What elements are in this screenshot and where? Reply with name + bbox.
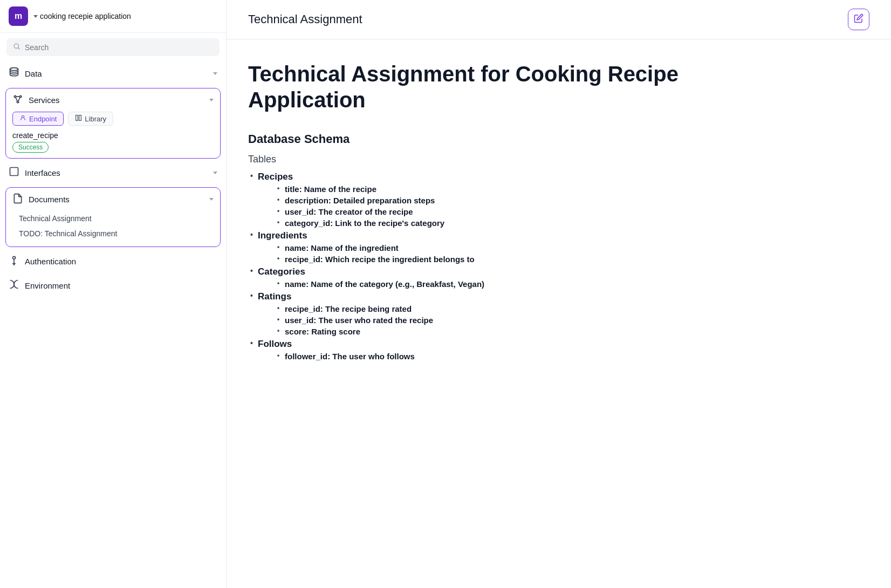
follows-fields: follower_id: The user who follows (258, 352, 690, 361)
endpoint-tab-icon (19, 114, 26, 123)
svg-line-8 (18, 97, 20, 101)
interfaces-icon (9, 166, 19, 180)
interfaces-chevron-icon (213, 172, 217, 174)
ratings-field-score: score: Rating score (275, 327, 690, 336)
edit-icon (854, 13, 863, 26)
svg-line-10 (20, 118, 22, 120)
recipes-fields: title: Name of the recipe description: D… (258, 184, 690, 228)
recipes-field-user-id: user_id: The creator of the recipe (275, 207, 690, 216)
edit-button[interactable] (848, 9, 869, 30)
app-name: cooking recepie application (40, 12, 131, 20)
recipes-field-category-id: category_id: Link to the recipe's catego… (275, 218, 690, 228)
sidebar-item-environment[interactable]: Environment (0, 274, 226, 298)
ingredients-field-name: name: Name of the ingredient (275, 243, 690, 252)
ratings-field-recipe-id: recipe_id: The recipe being rated (275, 304, 690, 313)
ratings-fields: recipe_id: The recipe being rated user_i… (258, 304, 690, 336)
library-tab-label: Library (85, 115, 106, 123)
tables-subheading: Tables (248, 154, 690, 165)
endpoint-tab-button[interactable]: Endpoint (12, 112, 64, 126)
svg-line-7 (16, 97, 17, 101)
services-title-area: Services (12, 94, 60, 106)
sidebar-item-data-label: Data (25, 69, 42, 78)
follows-item: Follows follower_id: The user who follow… (248, 339, 690, 361)
endpoint-tab-label: Endpoint (29, 115, 57, 123)
main-content: Technical Assignment Technical Assignmen… (227, 0, 891, 588)
svg-line-1 (18, 47, 19, 49)
documents-card-header: Documents (12, 193, 214, 206)
tables-list: Recipes title: Name of the recipe descri… (248, 172, 690, 361)
follows-field-follower-id: follower_id: The user who follows (275, 352, 690, 361)
svg-rect-13 (79, 115, 81, 121)
documents-title-area: Documents (12, 193, 70, 206)
ingredients-field-recipe-id: recipe_id: Which recipe the ingredient b… (275, 255, 690, 264)
sidebar: m cooking recepie application (0, 0, 227, 588)
search-bar[interactable] (6, 38, 220, 56)
status-badge: Success (12, 142, 49, 153)
ingredients-item: Ingredients name: Name of the ingredient… (248, 230, 690, 264)
recipes-field-description: description: Detailed preparation steps (275, 196, 690, 205)
main-header: Technical Assignment (227, 0, 891, 39)
doc-item-todo-technical-assignment[interactable]: TODO: Technical Assignment (12, 226, 214, 241)
categories-fields: name: Name of the category (e.g., Breakf… (258, 279, 690, 289)
library-tab-icon (75, 114, 82, 123)
svg-line-11 (24, 118, 25, 120)
page-title: Technical Assignment (248, 12, 362, 26)
main-body: Technical Assignment for Cooking Recipe … (227, 39, 712, 391)
services-icon (12, 94, 23, 106)
app-chevron-icon (33, 15, 38, 18)
services-card-header: Services (12, 94, 214, 106)
services-section-card: Services Endpoint (5, 88, 221, 159)
ratings-field-user-id: user_id: The user who rated the recipe (275, 316, 690, 325)
doc-main-title: Technical Assignment for Cooking Recipe … (248, 61, 690, 113)
sidebar-item-authentication-label: Authentication (25, 257, 76, 266)
recipes-field-title: title: Name of the recipe (275, 184, 690, 194)
library-tab-button[interactable]: Library (68, 112, 113, 126)
database-icon (9, 67, 19, 80)
search-input[interactable] (25, 43, 213, 52)
sidebar-item-environment-label: Environment (25, 281, 70, 290)
documents-chevron-icon (209, 198, 214, 201)
sidebar-item-interfaces-label: Interfaces (25, 168, 60, 177)
sidebar-item-interfaces[interactable]: Interfaces (0, 161, 226, 185)
svg-point-2 (10, 68, 18, 71)
sidebar-header: m cooking recepie application (0, 0, 226, 33)
services-tabs: Endpoint Library (12, 112, 214, 126)
svg-point-0 (14, 44, 18, 48)
categories-field-name: name: Name of the category (e.g., Breakf… (275, 279, 690, 289)
documents-icon (12, 193, 23, 206)
documents-section-card: Documents Technical Assignment TODO: Tec… (5, 187, 221, 247)
app-logo[interactable]: m (9, 6, 28, 26)
endpoint-name: create_recipe (12, 131, 214, 140)
sidebar-item-authentication[interactable]: Authentication (0, 249, 226, 274)
doc-item-technical-assignment[interactable]: Technical Assignment (12, 211, 214, 226)
documents-label: Documents (29, 195, 70, 204)
services-chevron-icon (209, 99, 214, 101)
sidebar-item-data[interactable]: Data (0, 61, 226, 86)
categories-item: Categories name: Name of the category (e… (248, 266, 690, 289)
ratings-item: Ratings recipe_id: The recipe being rate… (248, 291, 690, 336)
environment-icon (9, 279, 19, 292)
svg-point-9 (22, 115, 24, 118)
services-label: Services (29, 95, 60, 105)
svg-rect-14 (10, 168, 18, 176)
database-schema-heading: Database Schema (248, 132, 690, 146)
recipes-item: Recipes title: Name of the recipe descri… (248, 172, 690, 228)
authentication-icon (9, 255, 19, 268)
search-icon (13, 43, 20, 52)
ingredients-fields: name: Name of the ingredient recipe_id: … (258, 243, 690, 264)
svg-rect-12 (76, 115, 78, 121)
data-chevron-icon (213, 72, 217, 75)
svg-point-15 (13, 256, 16, 259)
